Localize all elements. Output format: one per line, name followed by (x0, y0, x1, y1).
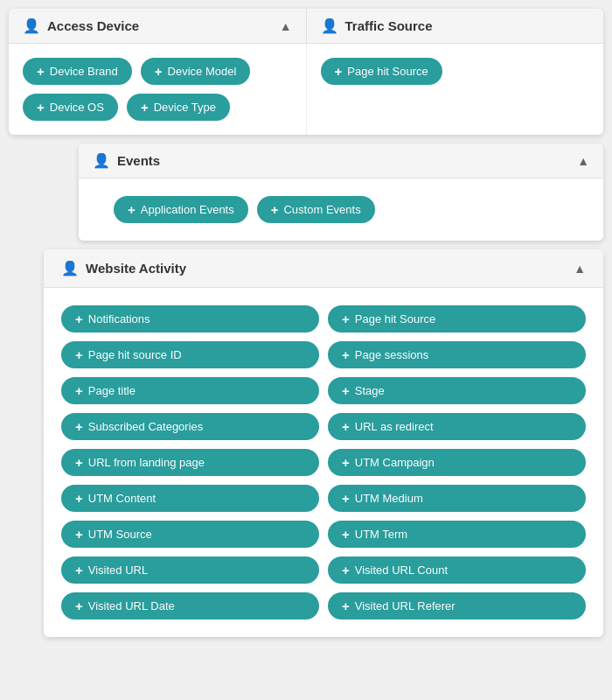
tag-visited-url[interactable]: + Visited URL (61, 556, 319, 584)
tag-label: UTM Content (88, 492, 156, 505)
tag-label: UTM Medium (355, 492, 423, 505)
tag-utm-term[interactable]: + UTM Term (328, 521, 586, 548)
chevron-up-events: ▲ (577, 154, 589, 168)
tag-label: Stage (355, 384, 385, 397)
tag-label: URL from landing page (88, 456, 205, 469)
tag-label: Visited URL Count (355, 564, 448, 577)
website-activity-tags: + Notifications + Page hit Source + Page… (61, 305, 586, 620)
tag-device-os[interactable]: + Device OS (23, 94, 118, 121)
tag-label: Page hit Source (355, 312, 436, 326)
tag-label: Subscribed Categories (88, 420, 204, 433)
tag-label: Page title (88, 384, 136, 397)
tag-label: Page sessions (355, 348, 429, 361)
tag-device-brand[interactable]: + Device Brand (23, 58, 132, 85)
tag-visited-url-referer[interactable]: + Visited URL Referer (328, 592, 586, 620)
tag-application-events[interactable]: + Application Events (114, 196, 248, 223)
access-device-body: + Device Brand + Device Model + Device O… (9, 44, 603, 135)
access-device-header[interactable]: 👤 Access Device ▲ (9, 9, 307, 43)
chevron-up-website: ▲ (574, 262, 586, 276)
tag-page-sessions[interactable]: + Page sessions (328, 341, 586, 368)
tag-visited-url-date[interactable]: + Visited URL Date (61, 592, 319, 620)
events-header[interactable]: 👤 Events ▲ (79, 144, 603, 178)
person-icon-events: 👤 (93, 152, 110, 169)
tag-label: Page hit Source (347, 65, 428, 78)
tag-url-from-landing-page[interactable]: + URL from landing page (61, 449, 319, 476)
traffic-source-tags: + Page hit Source (321, 58, 590, 85)
tag-label: Device Brand (50, 65, 118, 78)
traffic-source-title: Traffic Source (345, 18, 433, 33)
website-activity-header[interactable]: 👤 Website Activity ▲ (44, 249, 603, 288)
traffic-source-header[interactable]: 👤 Traffic Source (307, 9, 604, 43)
tag-label: Visited URL Referer (355, 599, 456, 612)
tag-stage[interactable]: + Stage (328, 377, 586, 404)
tag-label: Application Events (141, 203, 234, 216)
events-card: 👤 Events ▲ + Application Events + Custom… (79, 144, 603, 241)
traffic-source-tags-container: + Page hit Source (307, 44, 604, 135)
tag-utm-campaign[interactable]: + UTM Campaign (328, 449, 586, 476)
tag-label: UTM Source (88, 528, 152, 541)
events-body: + Application Events + Custom Events (79, 178, 603, 241)
tag-label: URL as redirect (355, 420, 434, 433)
person-icon-access: 👤 (23, 18, 40, 34)
tag-label: Visited URL Date (88, 599, 175, 612)
person-icon-website: 👤 (61, 260, 79, 276)
tag-custom-events[interactable]: + Custom Events (257, 196, 375, 223)
website-activity-title: Website Activity (86, 261, 186, 276)
tag-device-model[interactable]: + Device Model (141, 58, 251, 85)
access-device-tags-container: + Device Brand + Device Model + Device O… (9, 44, 307, 135)
tag-utm-medium[interactable]: + UTM Medium (328, 485, 586, 512)
tag-label: Custom Events (283, 203, 360, 216)
tag-page-title[interactable]: + Page title (61, 377, 319, 404)
website-activity-card: 👤 Website Activity ▲ + Notifications + P… (44, 249, 603, 637)
tag-label: Page hit source ID (88, 348, 182, 361)
tag-label: UTM Campaign (355, 456, 435, 469)
events-title: Events (117, 153, 160, 168)
tag-label: Notifications (88, 312, 150, 326)
tag-label: Visited URL (88, 564, 148, 577)
person-icon-traffic: 👤 (321, 18, 338, 34)
access-device-title: Access Device (47, 18, 139, 33)
access-device-tags: + Device Brand + Device Model + Device O… (23, 58, 292, 121)
tag-label: Device Model (168, 65, 237, 78)
tag-url-as-redirect[interactable]: + URL as redirect (328, 413, 586, 440)
tag-page-hit-source-id[interactable]: + Page hit source ID (61, 341, 319, 368)
split-headers: 👤 Access Device ▲ 👤 Traffic Source (9, 9, 603, 44)
tag-label: UTM Term (355, 528, 407, 541)
events-tags: + Application Events + Custom Events (114, 196, 568, 223)
website-activity-body: + Notifications + Page hit Source + Page… (44, 288, 603, 637)
tag-label: Device Type (154, 101, 216, 114)
tag-notifications[interactable]: + Notifications (61, 305, 319, 332)
tag-page-hit-source-wa[interactable]: + Page hit Source (328, 305, 586, 332)
tag-subscribed-categories[interactable]: + Subscribed Categories (61, 413, 319, 440)
tag-device-type[interactable]: + Device Type (127, 94, 230, 121)
chevron-up-access: ▲ (280, 19, 292, 33)
tag-visited-url-count[interactable]: + Visited URL Count (328, 556, 586, 584)
tag-page-hit-source[interactable]: + Page hit Source (321, 58, 442, 85)
tag-utm-content[interactable]: + UTM Content (61, 485, 319, 512)
tag-label: Device OS (50, 101, 104, 114)
tag-utm-source[interactable]: + UTM Source (61, 521, 319, 548)
access-device-traffic-card: 👤 Access Device ▲ 👤 Traffic Source + Dev… (9, 9, 603, 135)
